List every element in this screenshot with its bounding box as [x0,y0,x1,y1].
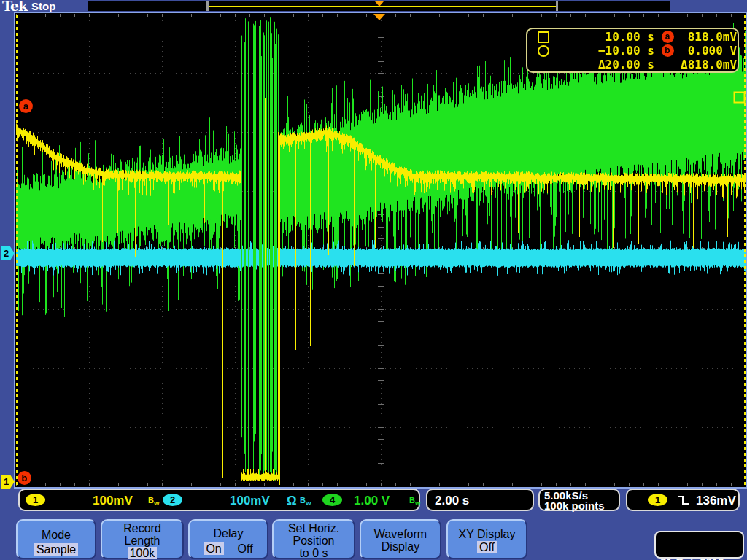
acquisition-readout-box[interactable]: 5.00kS/s 100k points [538,489,620,511]
ch4-bandwidth-icon: BW [409,496,421,507]
ch1-ground-marker[interactable]: 1 [1,475,15,489]
delay-button[interactable]: Delay On Off [188,519,268,559]
cursor-delta-time: Δ20.00 s [561,58,654,71]
ch2-ground-marker[interactable]: 2 [1,246,15,260]
cursor1-square-icon [538,31,549,43]
cursor-a-marker[interactable]: a [19,99,33,113]
ch1-bandwidth-icon: BW [148,496,160,507]
channel-readout-box[interactable]: 1 100mV BW 2 100mV Ω BW 4 1.00 V BW [18,489,420,511]
sethoriz-label-1: Set Horiz. [274,522,354,534]
ch1-badge: 1 [26,494,45,506]
ch4-badge: 4 [322,494,342,506]
xy-value: Off [477,541,497,553]
xy-display-button[interactable]: XY Display Off [446,519,527,559]
delay-on-option[interactable]: On [204,542,223,555]
expansion-point-icon[interactable] [375,1,384,7]
cursor-b-readout-badge: b [662,44,674,57]
record-length: 100k points [544,501,619,511]
cursor-b-value: 0.000 V [681,44,737,58]
waveform-label-2: Display [361,540,440,553]
set-horiz-position-button[interactable]: Set Horiz. Position to 0 s [272,519,355,559]
ch1-scale: 100mV [93,494,133,508]
graticule: 10.00 s a 818.0mV −10.00 s b 0.000 V Δ20… [14,12,747,489]
ohm-icon: Ω [287,494,297,508]
sethoriz-label-3: to 0 s [274,547,354,559]
window-bracket-right-icon[interactable] [556,1,558,11]
window-bracket-left-icon[interactable] [206,1,209,11]
record-label-1: Record [102,522,182,534]
cursor-b-marker[interactable]: b [18,471,31,485]
ch2-scale: 100mV [230,494,270,508]
xy-label: XY Display [448,528,526,540]
mode-button[interactable]: Mode Sample [16,519,96,559]
acquisition-status: Stop [31,0,55,12]
record-length-button[interactable]: Record Length 100k [101,519,184,559]
waveform-display-button[interactable]: Waveform Display [360,519,441,559]
trigger-level: 136mV [696,494,736,508]
trigger-position-icon[interactable] [374,14,385,20]
trigger-readout-box[interactable]: 1 136mV [626,489,740,511]
delay-off-option[interactable]: Off [238,542,253,555]
oscilloscope-screen: { "header": { "logo": "Tek", "acq_status… [0,0,747,560]
cursor-delta-value: Δ818.0mV [681,58,737,71]
record-view-bar [88,1,670,11]
timebase-value: 2.00 s [435,494,469,508]
falling-edge-icon [677,494,690,506]
timebase-readout-box[interactable]: 2.00 s [426,489,534,511]
waveform-label-1: Waveform [361,528,440,540]
cursor2-circle-icon [538,45,549,57]
cursor2-time: −10.00 s [561,44,654,58]
ch2-badge: 2 [163,494,182,506]
trigger-source-badge: 1 [648,494,667,506]
mode-value: Sample [34,543,78,556]
cursor-a-readout-badge: a [662,31,674,43]
waveform-canvas [16,14,746,486]
cursor1-time: 10.00 s [561,30,654,44]
date-label: 21 Oct 2019 [660,556,743,560]
delay-label: Delay [190,527,267,540]
ch4-scale: 1.00 V [354,494,390,508]
cursor-readout-box: 10.00 s a 818.0mV −10.00 s b 0.000 V Δ20… [526,28,739,73]
mode-label: Mode [18,529,95,541]
cursor-a-value: 818.0mV [681,30,737,44]
record-value: 100k [128,547,158,559]
datetime-box: 21 Oct 2019 11:59:42 [654,531,744,559]
ch2-bandwidth-icon: BW [300,496,311,507]
record-label-2: Length [102,534,182,547]
sethoriz-label-2: Position [274,534,354,547]
